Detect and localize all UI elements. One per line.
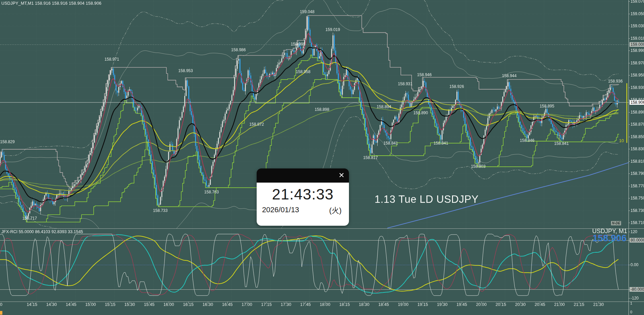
price-tick: 158.750 [631, 196, 644, 200]
time-label: 17:45 [300, 302, 311, 307]
price-annotation: 158.936 [608, 79, 622, 84]
session-label: 1.13 Tue LD USDJPY [375, 193, 479, 206]
mini-axis-label: 1 [630, 301, 632, 305]
price-tick: 158.850 [631, 134, 644, 139]
price-annotation: 159.019 [325, 27, 340, 32]
time-label: 21:30 [593, 302, 604, 307]
price-tick: 158.770 [631, 184, 644, 188]
clock-body: 21:43:33 2026/01/13 (火) [257, 183, 349, 226]
price-tick: 158.950 [631, 73, 644, 77]
time-label: 15:45 [144, 302, 154, 307]
price-annotation: 158.763 [204, 190, 219, 194]
price-annotation: 158.890 [413, 111, 428, 115]
time-label: 16:45 [222, 302, 232, 307]
time-label: 15:15 [105, 302, 115, 307]
price-annotation: 158.841 [433, 141, 448, 146]
clock-header: × [257, 168, 349, 183]
time-label: 18:30 [359, 302, 369, 307]
price-tick: 158.890 [631, 110, 644, 115]
price-tick: 158.970 [631, 61, 644, 65]
chart-canvas[interactable] [0, 0, 644, 315]
time-label: 18:15 [339, 302, 350, 307]
price-tick: 158.810 [631, 159, 644, 164]
time-label: 14:45 [66, 302, 76, 307]
time-label: 17:00 [242, 302, 252, 307]
clock-time: 21:43:33 [272, 186, 333, 203]
price-annotation: 158.953 [178, 68, 193, 73]
indicator-header: JFX-RCI 55.0000 86.4103 92.8393 33.1545 [1, 229, 83, 234]
clock-weekday: (火) [329, 206, 342, 216]
price-annotation: 158.817 [363, 155, 378, 160]
indicator-axis-label: -120 [631, 296, 639, 301]
overlay-price: 158.906 [592, 233, 626, 244]
price-annotation: 158.846 [520, 138, 534, 143]
time-label: 19:45 [456, 302, 467, 307]
indicator-axis-label: 120 [631, 229, 637, 234]
time-label: 18:45 [378, 302, 389, 307]
time-label: 20:30 [515, 302, 525, 307]
time-label: 20:45 [535, 302, 545, 307]
time-label: 18:00 [320, 302, 330, 307]
price-tick: 158.930 [631, 85, 644, 90]
price-annotation: 158.995 [291, 42, 305, 46]
price-tick: 158.830 [631, 147, 644, 151]
price-annotation: 158.931 [398, 82, 412, 86]
indicator-axis-label: 0.00 [631, 262, 638, 267]
time-label: 16:15 [183, 302, 193, 307]
clock-date: 2026/01/13 [262, 206, 299, 216]
indicator-axis-label: 80.0000 [630, 238, 644, 243]
time-label: 19:00 [398, 302, 408, 307]
price-tick: 159.050 [631, 11, 644, 16]
price-annotation: 158.946 [417, 72, 431, 77]
price-tick: 158.730 [631, 208, 644, 213]
symbol-ohlc-info: USDJPY_MT,M1 158.916 158.916 158.904 158… [1, 1, 101, 6]
time-label: 16:00 [163, 302, 174, 307]
mini-axis-label: 0 [630, 310, 632, 314]
time-label: 17:30 [281, 302, 291, 307]
current-price-label: 158.906 [630, 100, 644, 105]
round-level-label: 159.000 [630, 42, 644, 47]
price-annotation: 158.841 [554, 141, 569, 146]
price-annotation: 158.958 [296, 69, 310, 74]
pip-scale-label: 10 [619, 138, 624, 143]
price-annotation: 158.733 [153, 208, 167, 213]
time-label: 19:30 [437, 302, 447, 307]
price-annotation: 158.986 [231, 48, 246, 52]
price-annotation: 158.944 [502, 73, 516, 78]
clock-widget[interactable]: × 21:43:33 2026/01/13 (火) [257, 168, 349, 226]
price-annotation: 158.803 [471, 164, 485, 169]
time-label: 14:30 [46, 302, 57, 307]
time-label: 21:00 [554, 302, 565, 307]
price-tick: 158.710 [631, 220, 644, 225]
clock-close-button[interactable]: × [339, 170, 344, 180]
time-label: 19:15 [417, 302, 428, 307]
price-tick: 158.790 [631, 171, 644, 176]
price-annotation: 158.872 [249, 122, 264, 127]
time-label: 14:15 [27, 302, 37, 307]
price-tick: 159.070 [631, 0, 644, 4]
time-label: 20:15 [495, 302, 506, 307]
clock-date-row: 2026/01/13 (火) [257, 203, 349, 216]
price-annotation: 158.898 [315, 107, 329, 112]
time-label: 15:30 [124, 302, 135, 307]
time-label: 17:15 [261, 302, 271, 307]
price-annotation: 158.841 [383, 141, 398, 146]
time-label: 15:00 [85, 302, 96, 307]
price-annotation: 158.717 [22, 216, 37, 221]
price-annotation: 158.895 [540, 104, 554, 108]
price-annotation: 158.926 [449, 84, 464, 89]
time-label-partial: 0 [0, 302, 2, 307]
time-label: 16:30 [202, 302, 213, 307]
price-tick: 158.870 [631, 122, 644, 127]
price-annotation: 159.048 [300, 9, 314, 14]
price-tick: 159.030 [631, 24, 644, 28]
price-tick: 159.010 [631, 36, 644, 41]
time-label: 20:00 [476, 302, 486, 307]
watermark-badge: N-DE [611, 221, 621, 225]
indicator-axis-label: -80.0000 [630, 287, 644, 292]
price-annotation: 158.971 [104, 57, 119, 62]
price-tick: 158.990 [631, 48, 644, 53]
price-annotation: 158.829 [0, 139, 14, 144]
price-annotation: 158.894 [377, 104, 391, 109]
time-label: 21:15 [574, 302, 584, 307]
